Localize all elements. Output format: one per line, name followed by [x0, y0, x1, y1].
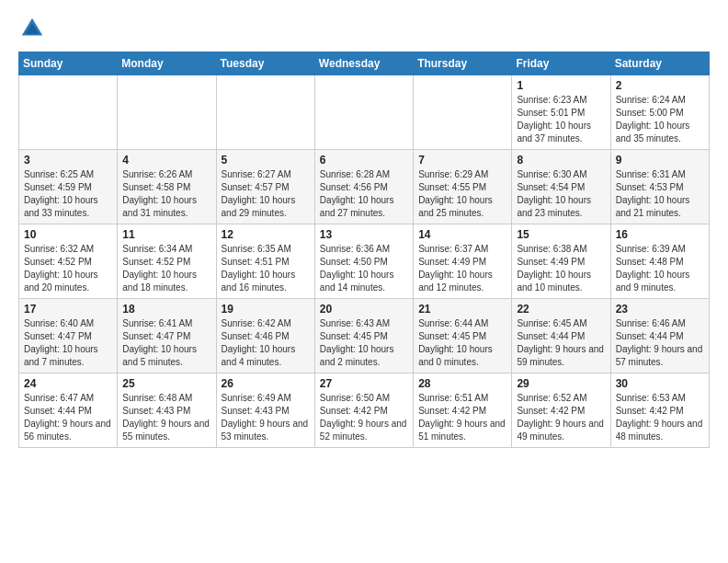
day-number: 29: [517, 377, 605, 390]
day-info: Sunrise: 6:43 AMSunset: 4:45 PMDaylight:…: [320, 317, 408, 369]
day-number: 14: [418, 228, 506, 241]
day-number: 1: [517, 79, 605, 92]
calendar-cell: 6Sunrise: 6:28 AMSunset: 4:56 PMDaylight…: [314, 150, 413, 224]
day-info: Sunrise: 6:47 AMSunset: 4:44 PMDaylight:…: [24, 392, 112, 443]
day-number: 20: [320, 303, 408, 316]
day-info: Sunrise: 6:41 AMSunset: 4:47 PMDaylight:…: [122, 317, 210, 369]
day-info: Sunrise: 6:37 AMSunset: 4:49 PMDaylight:…: [418, 243, 506, 294]
day-number: 28: [418, 377, 506, 390]
calendar-cell: 21Sunrise: 6:44 AMSunset: 4:45 PMDayligh…: [414, 299, 512, 373]
calendar-week-row: 10Sunrise: 6:32 AMSunset: 4:52 PMDayligh…: [19, 224, 710, 299]
calendar-cell: 30Sunrise: 6:53 AMSunset: 4:42 PMDayligh…: [610, 373, 709, 448]
day-info: Sunrise: 6:39 AMSunset: 4:48 PMDaylight:…: [616, 243, 704, 294]
calendar-cell: 5Sunrise: 6:27 AMSunset: 4:57 PMDaylight…: [216, 150, 314, 224]
weekday-header-sunday: Sunday: [19, 52, 118, 75]
calendar-cell: 10Sunrise: 6:32 AMSunset: 4:52 PMDayligh…: [19, 224, 118, 299]
day-number: 11: [122, 228, 210, 241]
day-number: 10: [24, 228, 112, 241]
calendar-cell: 24Sunrise: 6:47 AMSunset: 4:44 PMDayligh…: [19, 373, 118, 448]
day-number: 27: [320, 377, 408, 390]
calendar-cell: [314, 75, 413, 150]
calendar-week-row: 3Sunrise: 6:25 AMSunset: 4:59 PMDaylight…: [19, 150, 710, 224]
day-number: 12: [222, 228, 310, 241]
calendar-cell: 18Sunrise: 6:41 AMSunset: 4:47 PMDayligh…: [118, 299, 216, 373]
calendar-cell: 16Sunrise: 6:39 AMSunset: 4:48 PMDayligh…: [610, 224, 709, 299]
day-info: Sunrise: 6:50 AMSunset: 4:42 PMDaylight:…: [320, 392, 408, 443]
day-number: 5: [222, 154, 310, 167]
day-info: Sunrise: 6:52 AMSunset: 4:42 PMDaylight:…: [517, 392, 605, 443]
weekday-header-wednesday: Wednesday: [314, 52, 413, 75]
calendar-cell: 28Sunrise: 6:51 AMSunset: 4:42 PMDayligh…: [414, 373, 512, 448]
day-number: 6: [320, 154, 408, 167]
day-number: 23: [616, 303, 704, 316]
calendar-cell: 27Sunrise: 6:50 AMSunset: 4:42 PMDayligh…: [314, 373, 413, 448]
calendar-week-row: 1Sunrise: 6:23 AMSunset: 5:01 PMDaylight…: [19, 75, 710, 150]
calendar-cell: 26Sunrise: 6:49 AMSunset: 4:43 PMDayligh…: [216, 373, 314, 448]
day-number: 13: [320, 228, 408, 241]
day-info: Sunrise: 6:25 AMSunset: 4:59 PMDaylight:…: [24, 168, 112, 220]
calendar-cell: 7Sunrise: 6:29 AMSunset: 4:55 PMDaylight…: [414, 150, 512, 224]
day-number: 3: [24, 154, 112, 167]
day-number: 22: [517, 303, 605, 316]
calendar-cell: 1Sunrise: 6:23 AMSunset: 5:01 PMDaylight…: [512, 75, 610, 150]
calendar-cell: 22Sunrise: 6:45 AMSunset: 4:44 PMDayligh…: [512, 299, 610, 373]
day-number: 21: [418, 303, 506, 316]
day-number: 24: [24, 377, 112, 390]
calendar-cell: 25Sunrise: 6:48 AMSunset: 4:43 PMDayligh…: [118, 373, 216, 448]
day-info: Sunrise: 6:49 AMSunset: 4:43 PMDaylight:…: [222, 392, 310, 443]
day-number: 18: [122, 303, 210, 316]
calendar-cell: 2Sunrise: 6:24 AMSunset: 5:00 PMDaylight…: [610, 75, 709, 150]
day-info: Sunrise: 6:29 AMSunset: 4:55 PMDaylight:…: [418, 168, 506, 220]
calendar-cell: 13Sunrise: 6:36 AMSunset: 4:50 PMDayligh…: [314, 224, 413, 299]
day-info: Sunrise: 6:31 AMSunset: 4:53 PMDaylight:…: [616, 168, 704, 220]
day-info: Sunrise: 6:26 AMSunset: 4:58 PMDaylight:…: [122, 168, 210, 220]
day-info: Sunrise: 6:51 AMSunset: 4:42 PMDaylight:…: [418, 392, 506, 443]
calendar-cell: 23Sunrise: 6:46 AMSunset: 4:44 PMDayligh…: [610, 299, 709, 373]
day-info: Sunrise: 6:45 AMSunset: 4:44 PMDaylight:…: [517, 317, 605, 369]
day-number: 16: [616, 228, 704, 241]
day-number: 17: [24, 303, 112, 316]
day-number: 2: [616, 79, 704, 92]
day-info: Sunrise: 6:46 AMSunset: 4:44 PMDaylight:…: [616, 317, 704, 369]
day-number: 19: [222, 303, 310, 316]
header: [18, 15, 710, 42]
calendar-cell: 12Sunrise: 6:35 AMSunset: 4:51 PMDayligh…: [216, 224, 314, 299]
calendar-cell: 8Sunrise: 6:30 AMSunset: 4:54 PMDaylight…: [512, 150, 610, 224]
day-info: Sunrise: 6:42 AMSunset: 4:46 PMDaylight:…: [222, 317, 310, 369]
calendar-table: SundayMondayTuesdayWednesdayThursdayFrid…: [18, 52, 710, 448]
calendar-cell: 9Sunrise: 6:31 AMSunset: 4:53 PMDaylight…: [610, 150, 709, 224]
day-number: 30: [616, 377, 704, 390]
calendar-cell: 4Sunrise: 6:26 AMSunset: 4:58 PMDaylight…: [118, 150, 216, 224]
day-number: 9: [616, 154, 704, 167]
logo-icon: [18, 15, 46, 42]
calendar-cell: 29Sunrise: 6:52 AMSunset: 4:42 PMDayligh…: [512, 373, 610, 448]
page-container: SundayMondayTuesdayWednesdayThursdayFrid…: [0, 0, 728, 457]
calendar-cell: 14Sunrise: 6:37 AMSunset: 4:49 PMDayligh…: [414, 224, 512, 299]
weekday-header-saturday: Saturday: [610, 52, 709, 75]
weekday-header-tuesday: Tuesday: [216, 52, 314, 75]
day-info: Sunrise: 6:44 AMSunset: 4:45 PMDaylight:…: [418, 317, 506, 369]
day-info: Sunrise: 6:40 AMSunset: 4:47 PMDaylight:…: [24, 317, 112, 369]
calendar-cell: [19, 75, 118, 150]
day-number: 7: [418, 154, 506, 167]
day-number: 8: [517, 154, 605, 167]
calendar-cell: 15Sunrise: 6:38 AMSunset: 4:49 PMDayligh…: [512, 224, 610, 299]
day-number: 25: [122, 377, 210, 390]
day-info: Sunrise: 6:24 AMSunset: 5:00 PMDaylight:…: [616, 94, 704, 145]
weekday-header-friday: Friday: [512, 52, 610, 75]
day-info: Sunrise: 6:53 AMSunset: 4:42 PMDaylight:…: [616, 392, 704, 443]
day-info: Sunrise: 6:38 AMSunset: 4:49 PMDaylight:…: [517, 243, 605, 294]
day-number: 4: [122, 154, 210, 167]
calendar-cell: [414, 75, 512, 150]
calendar-cell: [118, 75, 216, 150]
day-info: Sunrise: 6:35 AMSunset: 4:51 PMDaylight:…: [222, 243, 310, 294]
calendar-cell: 17Sunrise: 6:40 AMSunset: 4:47 PMDayligh…: [19, 299, 118, 373]
logo: [18, 15, 50, 42]
calendar-week-row: 17Sunrise: 6:40 AMSunset: 4:47 PMDayligh…: [19, 299, 710, 373]
weekday-header-monday: Monday: [118, 52, 216, 75]
day-info: Sunrise: 6:34 AMSunset: 4:52 PMDaylight:…: [122, 243, 210, 294]
weekday-header-thursday: Thursday: [414, 52, 512, 75]
day-number: 15: [517, 228, 605, 241]
weekday-header-row: SundayMondayTuesdayWednesdayThursdayFrid…: [19, 52, 710, 75]
calendar-week-row: 24Sunrise: 6:47 AMSunset: 4:44 PMDayligh…: [19, 373, 710, 448]
